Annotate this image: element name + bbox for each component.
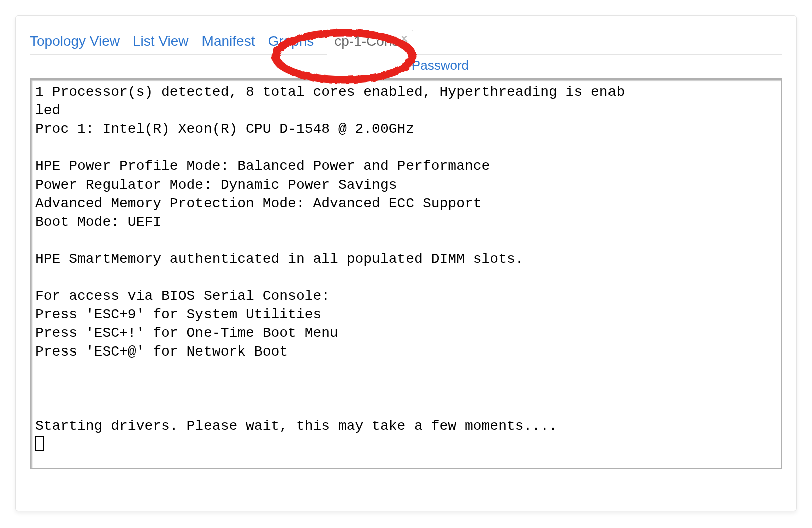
close-icon[interactable]: x [401,32,407,45]
console-text: 1 Processor(s) detected, 8 total cores e… [35,84,625,434]
tabs-bar: Topology View List View Manifest Graphs … [30,30,782,55]
main-panel: Topology View List View Manifest Graphs … [15,15,797,511]
tab-graphs[interactable]: Graphs [268,30,314,54]
sub-toolbar: Password [30,55,782,76]
tab-console-active[interactable]: cp-1-Cons x [327,30,413,55]
console-frame[interactable]: 1 Processor(s) detected, 8 total cores e… [30,78,782,469]
password-link[interactable]: Password [412,58,469,73]
console-output: 1 Processor(s) detected, 8 total cores e… [31,80,781,459]
tab-manifest[interactable]: Manifest [202,30,255,54]
cursor-icon [35,436,44,451]
tab-list-view[interactable]: List View [133,30,189,54]
tab-topology-view[interactable]: Topology View [30,30,120,54]
tab-console-label: cp-1-Cons [334,33,399,49]
